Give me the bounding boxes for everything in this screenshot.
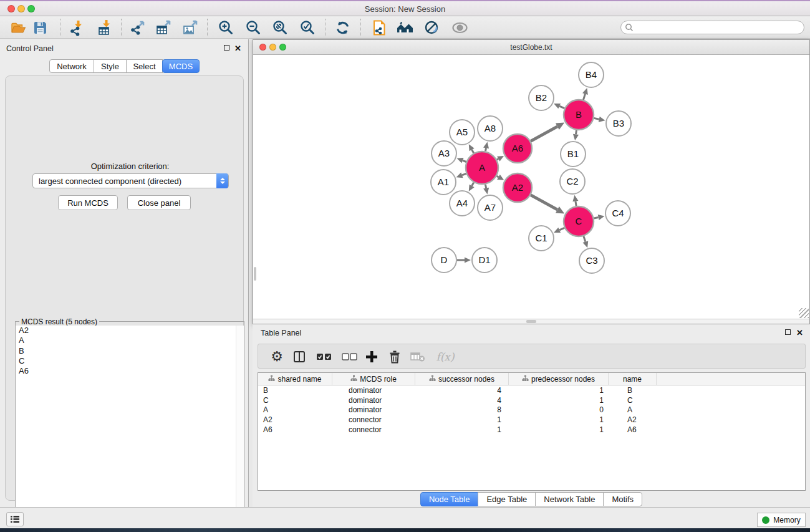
zoom-out-icon[interactable] — [244, 18, 263, 37]
tab-motifs[interactable]: Motifs — [603, 492, 642, 506]
export-network-icon[interactable] — [128, 18, 147, 37]
mcds-result-item[interactable]: C — [16, 356, 244, 366]
resize-grip[interactable] — [799, 308, 809, 318]
tab-edge-table[interactable]: Edge Table — [478, 492, 536, 506]
show-hide-graphics-icon[interactable] — [450, 18, 469, 37]
cell[interactable]: A6 — [258, 425, 332, 434]
save-session-icon[interactable] — [31, 18, 49, 37]
tab-network[interactable]: Network — [49, 59, 94, 73]
cell[interactable]: B — [258, 386, 332, 395]
mcds-result-item[interactable]: A2 — [16, 326, 244, 336]
node-C2[interactable]: C2 — [560, 169, 585, 194]
show-columns-icon[interactable] — [290, 347, 309, 366]
node-A6[interactable]: A6 — [503, 134, 532, 163]
node-B4[interactable]: B4 — [579, 62, 604, 87]
tab-mcds[interactable]: MCDS — [162, 59, 200, 73]
node-A8[interactable]: A8 — [478, 116, 503, 141]
cell[interactable]: A2 — [609, 415, 657, 424]
close-panel-button[interactable]: Close panel — [127, 195, 191, 210]
cell[interactable]: 1 — [509, 425, 609, 434]
zoom-fit-icon[interactable] — [271, 18, 289, 37]
float-panel-icon[interactable] — [224, 45, 229, 51]
tab-select[interactable]: Select — [126, 59, 163, 73]
node-A[interactable]: A — [466, 152, 498, 184]
export-table-icon[interactable] — [154, 18, 173, 37]
cell[interactable]: 0 — [509, 405, 609, 414]
node-D1[interactable]: D1 — [472, 248, 497, 273]
close-panel-icon[interactable]: ✕ — [796, 329, 803, 337]
cell[interactable]: 4 — [415, 396, 509, 405]
horizontal-scrollbar-thumb[interactable] — [526, 320, 536, 323]
cell[interactable]: 1 — [415, 425, 509, 434]
refresh-icon[interactable] — [333, 18, 352, 37]
column-header-name[interactable]: name — [609, 373, 657, 385]
open-session-icon[interactable] — [9, 18, 27, 37]
zoom-selected-icon[interactable] — [298, 18, 317, 37]
home-icon[interactable] — [395, 18, 414, 37]
table-row[interactable]: A2connector11A2 — [258, 415, 805, 425]
import-network-icon[interactable] — [67, 18, 86, 37]
column-header-predecessor-nodes[interactable]: predecessor nodes — [509, 373, 609, 385]
float-panel-icon[interactable] — [785, 329, 791, 335]
style-preview-icon[interactable] — [422, 18, 441, 37]
run-mcds-button[interactable]: Run MCDS — [58, 195, 118, 210]
cell[interactable]: A6 — [609, 425, 657, 434]
tab-network-table[interactable]: Network Table — [535, 492, 604, 506]
search-input[interactable] — [620, 21, 804, 34]
cell[interactable]: dominator — [332, 405, 415, 414]
column-header-MCDS-role[interactable]: MCDS role — [332, 373, 415, 385]
criterion-dropdown[interactable]: largest connected component (directed) — [32, 173, 229, 188]
zoom-in-icon[interactable] — [216, 18, 235, 37]
horizontal-scrollbar[interactable] — [253, 319, 809, 324]
table-row[interactable]: Cdominator41C — [258, 395, 805, 405]
node-B2[interactable]: B2 — [529, 85, 554, 110]
mcds-result-item[interactable]: A — [16, 336, 244, 346]
import-table-icon[interactable] — [95, 18, 114, 37]
cell[interactable]: connector — [332, 425, 415, 434]
cell[interactable]: 1 — [415, 415, 509, 424]
cell[interactable]: C — [609, 396, 657, 405]
select-all-icon[interactable] — [315, 347, 334, 366]
cell[interactable]: B — [609, 386, 657, 395]
mcds-result-item[interactable]: A6 — [16, 366, 244, 376]
delete-table-icon[interactable] — [408, 347, 427, 366]
mcds-result-item[interactable]: B — [16, 346, 244, 356]
node-B[interactable]: B — [564, 100, 594, 130]
column-header-shared-name[interactable]: shared name — [258, 373, 332, 385]
cell[interactable]: A — [609, 405, 657, 414]
node-C4[interactable]: C4 — [605, 201, 630, 226]
node-A3[interactable]: A3 — [432, 141, 456, 166]
mcds-result-list[interactable]: A2ABCA6 — [16, 326, 244, 532]
tab-style[interactable]: Style — [94, 59, 127, 73]
node-A7[interactable]: A7 — [478, 195, 503, 220]
cell[interactable]: connector — [332, 415, 415, 424]
deselect-all-icon[interactable] — [340, 347, 359, 366]
cell[interactable]: 8 — [415, 405, 509, 414]
node-D[interactable]: D — [432, 248, 456, 273]
node-A5[interactable]: A5 — [450, 120, 475, 145]
task-history-button[interactable] — [6, 512, 24, 526]
table-row[interactable]: A6connector11A6 — [258, 425, 805, 435]
cell[interactable]: 1 — [509, 396, 609, 405]
vertical-scrollbar-thumb[interactable] — [254, 267, 256, 281]
close-panel-icon[interactable]: ✕ — [234, 44, 241, 52]
table-row[interactable]: Bdominator41B — [258, 385, 805, 395]
table-settings-gear-icon[interactable]: ⚙ — [268, 347, 286, 366]
tab-node-table[interactable]: Node Table — [420, 492, 479, 506]
cell[interactable]: dominator — [332, 386, 415, 395]
delete-column-trash-icon[interactable] — [385, 347, 404, 366]
node-B3[interactable]: B3 — [606, 111, 631, 136]
node-A1[interactable]: A1 — [431, 170, 456, 195]
node-C1[interactable]: C1 — [529, 226, 554, 251]
cell[interactable]: A2 — [258, 415, 332, 424]
new-network-from-file-icon[interactable] — [370, 18, 388, 37]
cell[interactable]: dominator — [332, 396, 415, 405]
memory-button[interactable]: Memory — [757, 513, 806, 527]
function-builder-icon[interactable]: f(x) — [433, 347, 458, 366]
network-canvas[interactable]: B4B2BB3A5A8A6A3B1AA1A2C2A4A7C4CC1C3DD1 — [253, 55, 809, 319]
cell[interactable]: 1 — [509, 386, 609, 395]
cell[interactable]: C — [258, 396, 332, 405]
scrollbar-track[interactable] — [236, 326, 244, 532]
node-A2[interactable]: A2 — [503, 173, 532, 202]
add-column-icon[interactable] — [362, 347, 381, 366]
